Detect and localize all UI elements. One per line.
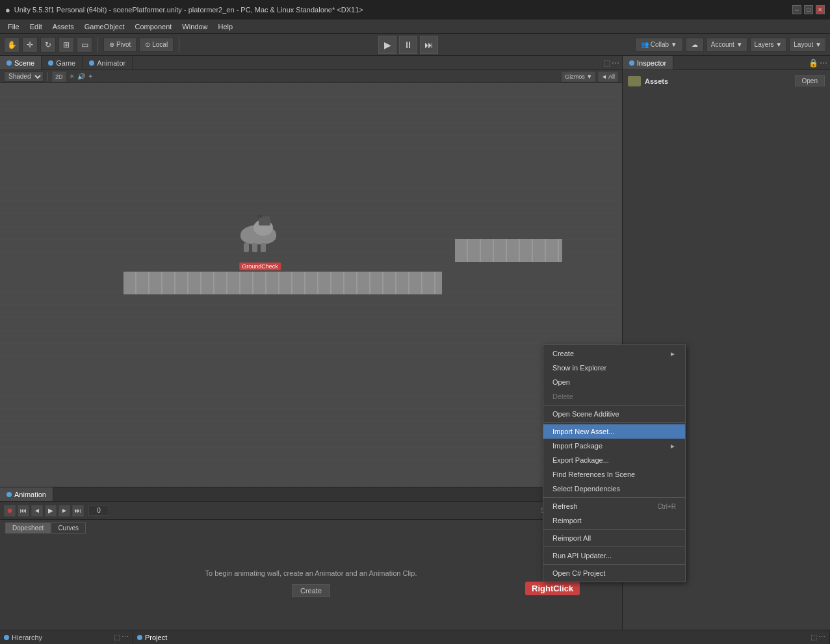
cloud-icon: ☁ bbox=[692, 41, 698, 48]
minimize-button[interactable]: ─ bbox=[792, 5, 801, 14]
scene-view[interactable]: Shaded 2D ☀ 🔊 ✦ Gizmos ▼ ◄ All bbox=[0, 70, 622, 487]
menu-component[interactable]: Component bbox=[129, 21, 177, 32]
anim-first-button[interactable]: ⏮ bbox=[18, 505, 29, 517]
assets-folder-icon bbox=[628, 76, 641, 86]
step-button[interactable]: ⏭ bbox=[420, 36, 438, 54]
ctx-open-scene-additive[interactable]: Open Scene Additive bbox=[543, 407, 685, 421]
menu-help[interactable]: Help bbox=[213, 21, 238, 32]
anim-frame-input[interactable] bbox=[88, 506, 109, 516]
scene-content[interactable]: GroundCheck bbox=[0, 83, 622, 487]
inspector-open-button[interactable]: Open bbox=[795, 75, 825, 86]
ctx-create[interactable]: Create ► bbox=[543, 346, 685, 361]
menu-window[interactable]: Window bbox=[177, 21, 213, 32]
menu-gameobject[interactable]: GameObject bbox=[79, 21, 130, 32]
anim-last-button[interactable]: ⏭ bbox=[72, 505, 84, 517]
ctx-create-label: Create bbox=[552, 350, 574, 357]
menu-file[interactable]: File bbox=[3, 21, 25, 32]
project-tab-dot bbox=[137, 635, 142, 640]
anim-play-button[interactable]: ▶ bbox=[45, 505, 57, 517]
main-platform bbox=[123, 272, 442, 294]
audio-icon[interactable]: 🔊 bbox=[77, 73, 85, 80]
context-menu: Create ► Show in Explorer Open Delete Op… bbox=[543, 344, 686, 582]
ctx-open-scene-additive-label: Open Scene Additive bbox=[552, 410, 619, 418]
gizmos-button[interactable]: Gizmos ▼ bbox=[562, 71, 595, 82]
toolbar: ✋ ✛ ↻ ⊞ ▭ ⊕ Pivot ⊙ Local ▶ ⏸ ⏭ 👥 Collab… bbox=[0, 34, 830, 56]
ctx-run-api-updater[interactable]: Run API Updater... bbox=[543, 548, 685, 563]
2d-mode-button[interactable]: 2D bbox=[52, 71, 66, 82]
account-button[interactable]: Inspector Account ▼ bbox=[707, 38, 747, 52]
animation-toolbar: ⏺ ⏮ ◄ ▶ ► ⏭ Samples ◆+ + bbox=[0, 502, 622, 520]
layout-button[interactable]: Layout ▼ bbox=[789, 38, 826, 52]
ctx-import-package[interactable]: Import Package ► bbox=[543, 439, 685, 453]
ctx-refresh[interactable]: Refresh Ctrl+R bbox=[543, 499, 685, 513]
local-button[interactable]: ⊙ Local bbox=[139, 38, 174, 52]
ctx-find-references[interactable]: Find References In Scene bbox=[543, 467, 685, 482]
pivot-button[interactable]: ⊕ Pivot bbox=[103, 38, 136, 52]
hierarchy-settings-icon[interactable]: ⋯ bbox=[122, 633, 129, 641]
rotate-tool-button[interactable]: ↻ bbox=[40, 37, 56, 53]
hand-tool-button[interactable]: ✋ bbox=[4, 37, 19, 53]
hierarchy-maximize-icon[interactable]: ⬚ bbox=[114, 633, 120, 641]
menu-edit[interactable]: Edit bbox=[25, 21, 47, 32]
menu-assets[interactable]: Assets bbox=[47, 21, 79, 32]
ctx-find-references-label: Find References In Scene bbox=[552, 470, 635, 478]
window-title: Unity 5.5.3f1 Personal (64bit) - scenePl… bbox=[14, 6, 363, 14]
animation-tab-row: Animation ⬚ ⋯ bbox=[0, 487, 622, 502]
tab-inspector[interactable]: Inspector bbox=[623, 56, 673, 70]
anim-next-button[interactable]: ► bbox=[58, 505, 70, 517]
pivot-label: Pivot bbox=[116, 41, 131, 48]
layers-button[interactable]: Layers ▼ bbox=[750, 38, 787, 52]
tab-scene[interactable]: Scene bbox=[0, 56, 42, 70]
collab-button[interactable]: 👥 Collab ▼ bbox=[635, 38, 683, 52]
anim-prev-button[interactable]: ◄ bbox=[31, 505, 43, 517]
ctx-refresh-shortcut: Ctrl+R bbox=[657, 503, 676, 510]
ctx-show-in-explorer[interactable]: Show in Explorer bbox=[543, 361, 685, 375]
scene-settings-icon[interactable]: ⋯ bbox=[612, 58, 619, 68]
ctx-delete-label: Delete bbox=[552, 393, 573, 400]
animation-panel: Animation ⬚ ⋯ ⏺ ⏮ ◄ ▶ ► ⏭ Samples ◆+ bbox=[0, 487, 622, 630]
move-tool-button[interactable]: ✛ bbox=[22, 37, 38, 53]
inspector-lock-icon[interactable]: 🔒 bbox=[809, 58, 818, 68]
ctx-reimport[interactable]: Reimport bbox=[543, 513, 685, 528]
cloud-button[interactable]: ☁ bbox=[686, 38, 704, 52]
ctx-sep4 bbox=[543, 529, 685, 530]
play-button[interactable]: ▶ bbox=[378, 36, 396, 54]
create-animation-button[interactable]: Create bbox=[292, 584, 330, 597]
project-maximize-icon[interactable]: ⬚ bbox=[811, 633, 817, 641]
tab-animator[interactable]: Animator bbox=[83, 56, 133, 70]
ctx-export-package[interactable]: Export Package... bbox=[543, 453, 685, 467]
scale-tool-button[interactable]: ⊞ bbox=[58, 37, 74, 53]
effects-icon[interactable]: ✦ bbox=[88, 73, 93, 80]
tab-game[interactable]: Game bbox=[42, 56, 83, 70]
dopesheet-button[interactable]: Dopesheet bbox=[5, 522, 51, 534]
pause-button[interactable]: ⏸ bbox=[399, 36, 417, 54]
project-settings-icon[interactable]: ⋯ bbox=[818, 633, 825, 641]
ctx-run-api-label: Run API Updater... bbox=[552, 552, 612, 560]
maximize-button[interactable]: □ bbox=[804, 5, 813, 14]
ctx-select-dependencies[interactable]: Select Dependencies bbox=[543, 482, 685, 496]
scene-tab-indicator bbox=[6, 60, 12, 66]
ctx-open[interactable]: Open bbox=[543, 375, 685, 389]
animation-message: To begin animating wall, create an Anima… bbox=[205, 569, 417, 578]
ctx-open-csharp[interactable]: Open C# Project bbox=[543, 566, 685, 580]
ctx-open-csharp-label: Open C# Project bbox=[552, 569, 605, 577]
ctx-delete: Delete bbox=[543, 389, 685, 404]
ctx-import-package-arrow: ► bbox=[669, 443, 676, 450]
all-button[interactable]: ◄ All bbox=[598, 71, 618, 82]
ctx-import-new-asset[interactable]: Import New Asset... bbox=[543, 424, 685, 439]
collab-icon: 👥 bbox=[641, 41, 649, 48]
scene-maximize-icon[interactable]: ⬚ bbox=[603, 58, 610, 68]
project-tab-label[interactable]: Project bbox=[145, 634, 167, 641]
close-button[interactable]: ✕ bbox=[816, 5, 825, 14]
shading-mode-dropdown[interactable]: Shaded bbox=[4, 71, 44, 82]
lighting-icon[interactable]: ☀ bbox=[69, 73, 75, 80]
ctx-import-package-label: Import Package bbox=[552, 442, 603, 450]
rect-tool-button[interactable]: ▭ bbox=[77, 37, 92, 53]
local-label: Local bbox=[152, 41, 168, 48]
tab-animation[interactable]: Animation bbox=[0, 487, 53, 501]
ctx-reimport-all[interactable]: Reimport All bbox=[543, 531, 685, 545]
inspector-settings-icon[interactable]: ⋯ bbox=[820, 58, 827, 68]
ctx-import-new-label: Import New Asset... bbox=[552, 428, 614, 435]
anim-record-button[interactable]: ⏺ bbox=[4, 505, 16, 517]
curves-button[interactable]: Curves bbox=[51, 522, 86, 534]
